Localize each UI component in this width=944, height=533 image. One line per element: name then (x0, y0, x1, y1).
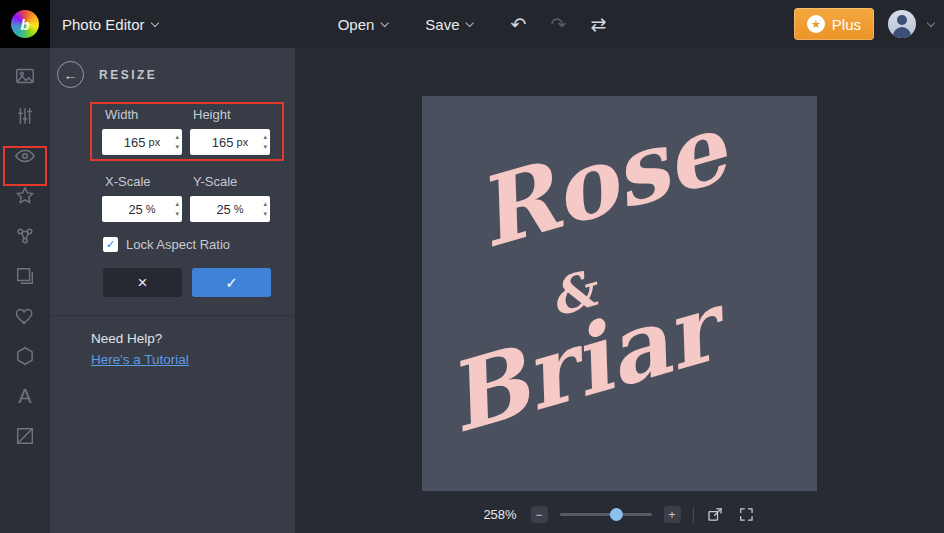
sidebar-item-graphics[interactable] (0, 216, 50, 256)
texture-icon (14, 425, 36, 447)
confirm-button[interactable]: ✓ (192, 268, 271, 297)
tool-sidebar: A (0, 48, 50, 533)
topbar-center: Open Save ↶ ↷ ⇄ (338, 0, 607, 48)
stepper-up-icon[interactable]: ▴ (175, 198, 179, 208)
save-menu[interactable]: Save (425, 16, 472, 33)
panel-title: RESIZE (99, 68, 157, 82)
sidebar-item-textures[interactable] (0, 416, 50, 456)
chevron-down-icon (927, 18, 935, 26)
open-in-new-icon (707, 506, 724, 523)
undo-icon[interactable]: ↶ (511, 15, 527, 34)
text-tool-icon: A (18, 385, 31, 408)
minus-icon: − (536, 508, 543, 522)
zoom-out-button[interactable]: − (531, 506, 548, 523)
artboard-image[interactable]: Rose & Briar (422, 96, 817, 491)
sidebar-item-overlays[interactable] (0, 336, 50, 376)
stepper-down-icon[interactable]: ▾ (263, 141, 267, 151)
lock-aspect-ratio-option[interactable]: ✓ Lock Aspect Ratio (103, 237, 295, 252)
hexagon-icon (14, 345, 36, 367)
y-scale-unit: % (234, 203, 244, 215)
back-arrow-icon: ← (64, 67, 78, 83)
height-stepper: ▴ ▾ (263, 131, 267, 151)
lock-aspect-label: Lock Aspect Ratio (126, 237, 230, 252)
sidebar-item-artsy[interactable] (0, 176, 50, 216)
befunky-logo-icon: b (11, 10, 39, 38)
width-unit: px (149, 136, 161, 148)
chevron-down-icon (380, 18, 388, 26)
zoombar-divider (693, 507, 694, 523)
sidebar-item-frames[interactable] (0, 256, 50, 296)
help-heading: Need Help? (91, 331, 295, 346)
tutorial-link[interactable]: Here's a Tutorial (91, 352, 189, 367)
stepper-up-icon[interactable]: ▴ (263, 198, 267, 208)
stepper-up-icon[interactable]: ▴ (263, 131, 267, 141)
star-icon (14, 185, 36, 207)
width-value: 165 (124, 135, 146, 150)
height-input[interactable]: 165 px ▴ ▾ (190, 129, 270, 155)
fullscreen-button[interactable] (737, 505, 756, 524)
sidebar-item-adjustments[interactable] (0, 96, 50, 136)
width-label: Width (102, 107, 182, 122)
sliders-icon (14, 105, 36, 127)
dimension-fields: Width Height 165 px ▴ ▾ 165 px ▴ ▾ (90, 101, 284, 165)
avatar (888, 10, 916, 38)
zoom-slider[interactable] (560, 506, 652, 523)
image-icon (14, 65, 36, 87)
open-label: Open (338, 16, 375, 33)
height-value: 165 (212, 135, 234, 150)
zoom-toolbar: 258% − + (483, 505, 755, 524)
stepper-down-icon[interactable]: ▾ (175, 208, 179, 218)
back-button[interactable]: ← (57, 61, 84, 88)
topbar-right: ★ Plus (794, 0, 934, 48)
stepper-down-icon[interactable]: ▾ (263, 208, 267, 218)
logo-letter: b (20, 16, 29, 33)
y-scale-label: Y-Scale (190, 174, 270, 189)
logo-cell[interactable]: b (0, 0, 50, 48)
avatar-head (897, 15, 907, 25)
star-badge-icon: ★ (807, 15, 825, 33)
heart-icon (14, 305, 36, 327)
save-label: Save (425, 16, 459, 33)
star-glyph: ★ (811, 19, 821, 30)
app-menu-dropdown[interactable]: Photo Editor (62, 16, 158, 33)
app-menu-label: Photo Editor (62, 16, 145, 33)
plus-label: Plus (832, 16, 861, 33)
sidebar-item-hearts[interactable] (0, 296, 50, 336)
redo-icon[interactable]: ↷ (550, 15, 566, 34)
stepper-up-icon[interactable]: ▴ (175, 131, 179, 141)
y-scale-value: 25 (216, 202, 230, 217)
lock-aspect-checkbox[interactable]: ✓ (103, 237, 118, 252)
chevron-down-icon (150, 18, 158, 26)
height-label: Height (190, 107, 270, 122)
fullscreen-icon (738, 506, 755, 523)
width-input[interactable]: 165 px ▴ ▾ (102, 129, 182, 155)
zoom-in-button[interactable]: + (664, 506, 681, 523)
width-stepper: ▴ ▾ (175, 131, 179, 151)
stepper-down-icon[interactable]: ▾ (175, 141, 179, 151)
zoom-slider-thumb[interactable] (610, 508, 623, 521)
account-menu[interactable] (888, 10, 934, 38)
apply-buttons: × ✓ (103, 268, 295, 297)
plus-upgrade-button[interactable]: ★ Plus (794, 8, 874, 40)
y-scale-stepper: ▴ ▾ (263, 198, 267, 218)
sidebar-item-text[interactable]: A (0, 376, 50, 416)
fit-to-screen-button[interactable] (706, 505, 725, 524)
x-scale-label: X-Scale (102, 174, 182, 189)
resize-panel: ← RESIZE Width Height 165 px ▴ ▾ 165 px (50, 48, 295, 533)
scale-fields: X-Scale Y-Scale 25 % ▴ ▾ 25 % ▴ ▾ (102, 174, 295, 222)
sidebar-item-image[interactable] (0, 56, 50, 96)
cancel-button[interactable]: × (103, 268, 182, 297)
zoom-slider-track (560, 513, 652, 516)
x-scale-unit: % (146, 203, 156, 215)
close-icon: × (138, 273, 148, 293)
artwork-text-rose: Rose (464, 96, 738, 269)
open-menu[interactable]: Open (338, 16, 388, 33)
y-scale-input[interactable]: 25 % ▴ ▾ (190, 196, 270, 222)
reset-icon[interactable]: ⇄ (590, 15, 606, 34)
canvas-area: Rose & Briar 258% − + (295, 48, 944, 533)
frames-icon (14, 265, 36, 287)
sidebar-item-effects[interactable] (0, 136, 50, 176)
zoom-level: 258% (483, 507, 516, 522)
check-icon: ✓ (106, 238, 115, 251)
x-scale-input[interactable]: 25 % ▴ ▾ (102, 196, 182, 222)
